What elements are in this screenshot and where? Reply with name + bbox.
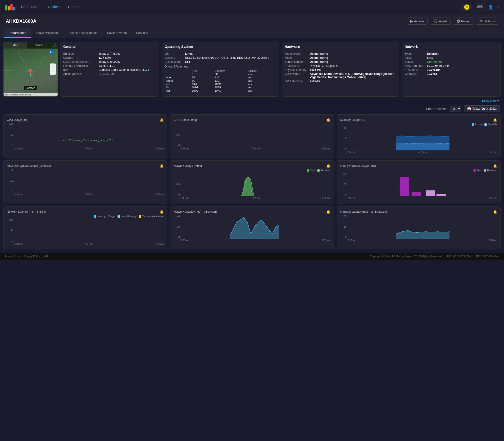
- drive-row: /config 8G 11G yes: [165, 79, 276, 82]
- chart-controls: Chart Columns: 3 2 1 📅 Today (Jul 3, 202…: [3, 104, 501, 114]
- network-fields: Type: Ethernet Alias: eth1 Status: Conne…: [405, 52, 498, 76]
- legend-item: Received: [317, 169, 331, 172]
- alert-bell-icon[interactable]: 🔔: [160, 210, 164, 214]
- alert-bell-icon[interactable]: 🔔: [493, 164, 497, 168]
- chart-card: Network Usage (Mb/s) 🔔 Sent Received 1 0…: [170, 160, 334, 204]
- drive-free: 8G: [191, 76, 214, 79]
- y-axis-labels: 1 0.5 0: [174, 123, 181, 150]
- alert-bell-icon[interactable]: 🔔: [326, 210, 330, 214]
- legend-color-box: [94, 215, 96, 218]
- os-title: Operating System: [165, 45, 276, 50]
- top-nav: Dashboards Devices Reports ☀ ⌨ 👤 ⎋: [0, 0, 504, 14]
- os-arch-label: Architecture:: [165, 60, 184, 63]
- chart-card: Memory Usage (GB) 🔔 In Use Available 10 …: [337, 114, 501, 158]
- assist-button[interactable]: 🎧 Assist: [430, 17, 451, 25]
- footer-privacy-link[interactable]: Privacy Policy: [24, 255, 40, 258]
- legend-color-box: [307, 169, 309, 172]
- legend-item: Available: [484, 123, 497, 126]
- x-axis-labels: 7:48 am7:52 am7:56 am: [181, 147, 331, 150]
- net-mac-row: MAC Address: 00-19-0f-46-27-f4: [405, 64, 498, 67]
- user-icon-btn[interactable]: 👤: [488, 4, 493, 10]
- tab-device-events[interactable]: Device Events: [102, 28, 131, 38]
- tab-installed-applications[interactable]: Installed Applications: [64, 28, 102, 38]
- info-icon[interactable]: ℹ: [148, 68, 149, 72]
- chart-header: Network Latency (ms) - controlup.com 🔔: [340, 210, 497, 214]
- chart-legend: Latency to Target Local Gateway Tracerou…: [7, 215, 164, 218]
- map-attribution: ⌨Map DataTerms of Use: [3, 93, 58, 96]
- net-type-label: Type:: [405, 52, 425, 55]
- drive-name: /config: [165, 79, 191, 82]
- actions-button[interactable]: ▶ Actions: [407, 17, 428, 25]
- alert-bell-icon[interactable]: 🔔: [160, 164, 164, 168]
- chart-columns-select[interactable]: 3 2 1: [450, 106, 461, 112]
- hw-gpu-name-label: GPU Name:: [285, 72, 309, 79]
- hw-processors-row: Processors: Physical: 1 Logical 4: [285, 64, 396, 67]
- net-alias-label: Alias:: [405, 56, 425, 60]
- footer-terms-link[interactable]: Terms of Use: [5, 255, 20, 258]
- svg-marker-10: [396, 136, 450, 150]
- chart-area: 100 50 0 7:48 am7:52 am: [340, 215, 497, 242]
- net-ip-value: 10.0.0.184: [427, 68, 440, 72]
- nav-reports[interactable]: Reports: [68, 3, 81, 11]
- logout-icon-btn[interactable]: ⎋: [497, 4, 499, 9]
- tab-services[interactable]: Services: [131, 28, 153, 38]
- chart-inner: 7:48 am7:52 am: [181, 215, 331, 242]
- svg-rect-20: [412, 192, 421, 196]
- tab-performance[interactable]: Performance: [4, 28, 31, 38]
- footer-ui-version: UI: 2.46.0.b875b564: [447, 255, 471, 258]
- remote-ip-label: Remote IP Address:: [63, 64, 97, 67]
- os-version-row: Version: UNIX 5.15.0.40 (NOTOUCH OS 3.4.…: [165, 56, 276, 60]
- chart-inner: 7:48 am7:52 am7:56 am: [181, 123, 331, 150]
- keyboard-icon-btn[interactable]: ⌨: [475, 3, 485, 10]
- legend-color-box: [472, 123, 474, 126]
- net-gateway-row: Gateway: 10.0.0.1: [405, 72, 498, 76]
- logo-bar-1: [5, 5, 7, 10]
- nav-devices[interactable]: Devices: [48, 3, 60, 11]
- legend-item: Sent: [473, 169, 482, 172]
- drives-col-free: Free: [191, 69, 214, 72]
- zoom-in-btn[interactable]: +: [50, 63, 56, 69]
- power-button[interactable]: ⏻ Power: [453, 17, 473, 25]
- legend-item: Traceroute Available: [139, 215, 164, 218]
- nav-right-actions: ☀ ⌨ 👤 ⎋: [462, 3, 499, 11]
- map-pin: 📍: [27, 69, 35, 77]
- hardware-card: Hardware Manufacturer: Default string Mo…: [282, 42, 399, 97]
- zoom-out-btn[interactable]: −: [50, 69, 56, 75]
- uptime-value: 1.77 days: [98, 56, 156, 60]
- x-axis-labels: 7:00 am8:00 am: [347, 196, 497, 200]
- theme-toggle[interactable]: ☀: [462, 3, 472, 11]
- alert-bell-icon[interactable]: 🔔: [326, 118, 330, 122]
- chart-area: 200 100 0 7:00 am8:00 am: [340, 173, 497, 200]
- alert-bell-icon[interactable]: 🔔: [493, 210, 497, 214]
- settings-button[interactable]: ⚙ Settings: [476, 17, 498, 25]
- satellite-view-btn[interactable]: Satelli: [27, 42, 50, 48]
- y-axis-labels: 100 50 0: [7, 123, 14, 150]
- hw-processors-label: Processors:: [285, 64, 309, 67]
- x-axis-labels: 7:48 am7:52 am: [347, 239, 497, 242]
- legend-color-box: [317, 169, 320, 172]
- drive-free: 0: [191, 72, 214, 76]
- date-picker-btn[interactable]: 📅 Today (Jul 3, 2022): [464, 105, 500, 112]
- map-view-btn[interactable]: Map: [3, 42, 27, 48]
- tab-active-processes[interactable]: Active Processes: [31, 28, 64, 38]
- alert-bell-icon[interactable]: 🔔: [326, 164, 330, 168]
- net-gateway-value: 10.0.0.1: [427, 72, 437, 76]
- x-axis-labels: 7:48 am7:52 am7:56 am: [14, 242, 164, 246]
- alert-bell-icon[interactable]: 🔔: [160, 118, 164, 122]
- uptime-label: Uptime:: [63, 56, 97, 60]
- net-status-value: Connected: [427, 60, 442, 63]
- footer-help-link[interactable]: Help: [44, 255, 49, 258]
- drive-encrypt: yes: [247, 79, 276, 82]
- isp-value: Comcast Cable Communications, LLC ℹ: [98, 68, 156, 72]
- show-more-link[interactable]: Show more: [482, 99, 497, 103]
- nav-dashboards[interactable]: Dashboards: [21, 3, 40, 11]
- map-expand-btn[interactable]: ⛶: [50, 42, 58, 48]
- drive-capacity: 107G: [214, 86, 247, 89]
- os-os-value: Linux: [185, 52, 193, 55]
- alert-bell-icon[interactable]: 🔔: [493, 118, 497, 122]
- chart-legend: Sent Received: [340, 169, 497, 172]
- toggle-sun-icon: ☀: [464, 4, 469, 10]
- chart-header: Network Latency (ms) - office.com 🔔: [174, 210, 331, 214]
- power-icon: ⏻: [457, 19, 460, 23]
- chart-inner: 7:48 am7:52 am7:56 am: [14, 219, 164, 246]
